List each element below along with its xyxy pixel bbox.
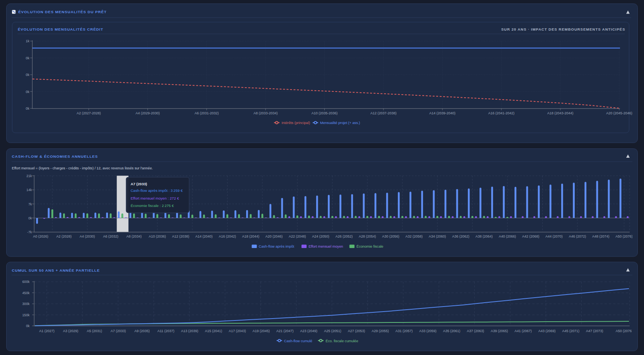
svg-text:CASH-FLOW & ÉCONOMIES ANNUELLE: CASH-FLOW & ÉCONOMIES ANNUELLES — [12, 154, 98, 159]
svg-text:A47 (2073): A47 (2073) — [586, 329, 603, 333]
svg-text:A45 (2071): A45 (2071) — [562, 329, 580, 333]
svg-text:A2 (2028): A2 (2028) — [57, 234, 72, 238]
svg-text:A13 (2039): A13 (2039) — [181, 329, 199, 333]
svg-text:Effort mensuel = (loyers - cha: Effort mensuel = (loyers - charges - cré… — [12, 166, 153, 170]
svg-text:A14 (2040): A14 (2040) — [195, 234, 213, 238]
svg-text:A35 (2061): A35 (2061) — [443, 329, 461, 333]
svg-text:A25 (2051): A25 (2051) — [324, 329, 341, 333]
svg-text:A32 (2058): A32 (2058) — [406, 234, 423, 238]
svg-text:A29 (2055): A29 (2055) — [372, 329, 389, 333]
svg-text:A6 (2031-2032): A6 (2031-2032) — [195, 111, 219, 115]
svg-text:A9 (2035): A9 (2035) — [134, 329, 150, 333]
svg-text:A7 (2033): A7 (2033) — [130, 182, 147, 186]
svg-text:Mensualité projet (+ ass.): Mensualité projet (+ ass.) — [320, 121, 360, 125]
svg-text:-7k: -7k — [27, 230, 32, 234]
svg-text:0k: 0k — [26, 107, 30, 110]
svg-text:A39 (2065): A39 (2065) — [491, 329, 508, 333]
svg-text:A12 (2038): A12 (2038) — [172, 234, 190, 238]
svg-text:A44 (2070): A44 (2070) — [545, 234, 563, 238]
svg-text:Économie fiscale : 2 275 €: Économie fiscale : 2 275 € — [130, 203, 174, 208]
svg-text:A21 (2047): A21 (2047) — [276, 329, 294, 333]
svg-text:A31 (2057): A31 (2057) — [396, 329, 413, 333]
svg-text:A50 (2076): A50 (2076) — [615, 234, 633, 238]
svg-text:A48 (2074): A48 (2074) — [592, 234, 610, 238]
svg-text:A4 (2030): A4 (2030) — [80, 234, 95, 238]
svg-text:A2 (2027-2028): A2 (2027-2028) — [77, 111, 101, 115]
svg-text:A18 (2044): A18 (2044) — [242, 234, 259, 238]
svg-text:A28 (2054): A28 (2054) — [359, 234, 376, 238]
svg-text:A0 (2026): A0 (2026) — [33, 234, 48, 238]
svg-text:A1 (2027): A1 (2027) — [39, 329, 55, 333]
svg-text:A15 (2041): A15 (2041) — [205, 329, 222, 333]
svg-text:150k: 150k — [22, 313, 30, 317]
svg-text:A30 (2056): A30 (2056) — [382, 234, 399, 238]
svg-text:300k: 300k — [22, 302, 30, 306]
svg-text:A10 (2036): A10 (2036) — [149, 234, 166, 238]
svg-text:A5 (2031): A5 (2031) — [87, 329, 102, 333]
svg-text:Cash-flow après impôt: Cash-flow après impôt — [259, 245, 295, 248]
svg-text:A37 (2063): A37 (2063) — [467, 329, 484, 333]
svg-text:Effort mensuel moyen: Effort mensuel moyen — [308, 245, 343, 248]
svg-text:A20 (2046): A20 (2046) — [265, 234, 283, 238]
svg-text:A50 (2076): A50 (2076) — [616, 329, 633, 333]
svg-text:450k: 450k — [22, 291, 30, 295]
svg-text:Effort mensuel moyen : 272 €: Effort mensuel moyen : 272 € — [130, 196, 179, 200]
svg-text:Économie fiscale: Économie fiscale — [356, 245, 383, 248]
svg-text:SUR 20 ANS · IMPACT DES REMBOU: SUR 20 ANS · IMPACT DES REMBOURSEMENTS A… — [501, 27, 625, 31]
svg-text:A17 (2043): A17 (2043) — [229, 329, 246, 333]
svg-text:A23 (2049): A23 (2049) — [300, 329, 318, 333]
svg-text:ÉVOLUTION DES MENSUALITÉS DU P: ÉVOLUTION DES MENSUALITÉS DU PRÊT — [18, 10, 106, 14]
svg-text:14k: 14k — [26, 188, 32, 192]
svg-text:A8 (2033-2034): A8 (2033-2034) — [253, 111, 278, 115]
svg-text:A22 (2048): A22 (2048) — [289, 234, 306, 238]
svg-text:A18 (2043-2044): A18 (2043-2044) — [547, 111, 574, 115]
svg-text:0k: 0k — [26, 324, 30, 328]
svg-text:A16 (2041-2042): A16 (2041-2042) — [488, 111, 515, 115]
svg-text:A11 (2037): A11 (2037) — [158, 329, 175, 333]
svg-text:A3 (2029): A3 (2029) — [63, 329, 79, 333]
svg-text:A8 (2034): A8 (2034) — [126, 234, 142, 238]
svg-text:0k: 0k — [26, 56, 30, 60]
svg-text:A10 (2035-2036): A10 (2035-2036) — [312, 111, 338, 115]
svg-text:0k: 0k — [28, 216, 32, 220]
svg-text:A16 (2042): A16 (2042) — [219, 234, 236, 238]
svg-text:ÉVOLUTION DES MENSUALITÉS CRÉD: ÉVOLUTION DES MENSUALITÉS CRÉDIT — [18, 27, 103, 31]
svg-text:600k: 600k — [22, 280, 30, 284]
svg-text:A34 (2060): A34 (2060) — [429, 234, 446, 238]
svg-text:7k: 7k — [28, 202, 32, 206]
svg-text:Éco. fiscale cumulée: Éco. fiscale cumulée — [325, 339, 358, 343]
svg-text:A27 (2053): A27 (2053) — [348, 329, 365, 333]
svg-text:Cash-flow après impôt : 3 259: Cash-flow après impôt : 3 259 € — [130, 188, 183, 193]
svg-text:A14 (2039-2040): A14 (2039-2040) — [429, 111, 456, 115]
svg-text:A26 (2052): A26 (2052) — [336, 234, 353, 238]
svg-text:A43 (2069): A43 (2069) — [538, 329, 556, 333]
svg-text:A33 (2059): A33 (2059) — [419, 329, 437, 333]
svg-text:A41 (2067): A41 (2067) — [514, 329, 532, 333]
svg-text:Intérêts (principal): Intérêts (principal) — [282, 121, 310, 125]
svg-text:A20 (2045-2046): A20 (2045-2046) — [606, 111, 632, 115]
svg-text:1k: 1k — [26, 39, 30, 43]
svg-text:A4 (2029-2030): A4 (2029-2030) — [135, 111, 160, 115]
svg-text:0k: 0k — [26, 90, 30, 94]
svg-text:0k: 0k — [26, 73, 30, 77]
svg-text:A19 (2045): A19 (2045) — [253, 329, 270, 333]
svg-text:21k: 21k — [26, 174, 32, 178]
svg-text:A12 (2037-2038): A12 (2037-2038) — [370, 111, 397, 115]
svg-text:A42 (2068): A42 (2068) — [522, 234, 540, 238]
svg-text:A38 (2064): A38 (2064) — [475, 234, 493, 238]
svg-text:A24 (2050): A24 (2050) — [312, 234, 329, 238]
svg-text:A36 (2062): A36 (2062) — [452, 234, 469, 238]
svg-text:Cash-flow cumulé: Cash-flow cumulé — [284, 339, 312, 343]
svg-text:CUMUL SUR 50 ANS + ANNÉE PARTI: CUMUL SUR 50 ANS + ANNÉE PARTIELLE — [12, 268, 100, 272]
svg-text:A7 (2033): A7 (2033) — [111, 329, 126, 333]
svg-text:A46 (2072): A46 (2072) — [569, 234, 586, 238]
svg-text:A40 (2066): A40 (2066) — [499, 234, 516, 238]
svg-text:A6 (2032): A6 (2032) — [103, 234, 118, 238]
